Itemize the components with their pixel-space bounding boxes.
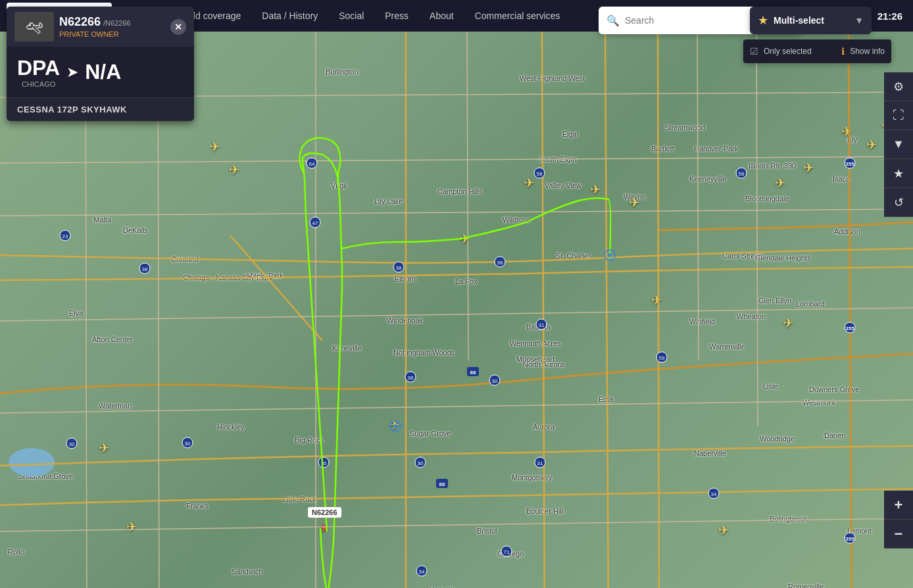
filter-check-icon: ☑	[750, 46, 758, 57]
refresh-button[interactable]: ↺	[884, 188, 913, 217]
flight-id-area: 🛩 N62266 /N62266 PRIVATE OWNER	[14, 12, 131, 41]
flight-panel: 🛩 N62266 /N62266 PRIVATE OWNER ✕ DPA CHI…	[7, 7, 194, 121]
info-icon: ℹ	[841, 46, 845, 57]
aircraft-thumbnail: 🛩	[14, 12, 54, 41]
nav-press[interactable]: Press	[374, 0, 419, 32]
star-button[interactable]: ★	[884, 159, 913, 188]
zoom-controls: + −	[884, 491, 913, 549]
fullscreen-button[interactable]: ⛶	[884, 101, 913, 130]
flight-owner: PRIVATE OWNER	[59, 30, 131, 38]
arrival-block: N/A	[85, 60, 121, 84]
settings-button[interactable]: ⚙	[884, 72, 913, 101]
show-info-label[interactable]: Show info	[850, 47, 885, 56]
plane-thumbnail-icon: 🛩	[25, 16, 43, 37]
flight-route: DPA CHICAGO ➤ N/A	[7, 47, 194, 98]
zoom-in-button[interactable]: +	[884, 491, 913, 520]
arrival-code: N/A	[85, 60, 121, 84]
multi-select-button[interactable]: ★ Multi-select ▼	[750, 7, 872, 34]
nav-data-history[interactable]: Data / History	[251, 0, 328, 32]
flight-panel-header: 🛩 N62266 /N62266 PRIVATE OWNER ✕	[7, 7, 194, 47]
search-icon: 🔍	[606, 14, 620, 27]
flight-callsign-block: N62266 /N62266 PRIVATE OWNER	[59, 15, 131, 38]
selected-aircraft-label[interactable]: N62266	[308, 507, 341, 518]
nav-social[interactable]: Social	[328, 0, 374, 32]
departure-code: DPA	[17, 56, 60, 80]
right-toolbar: ⚙ ⛶ ▼ ★ ↺	[884, 72, 913, 217]
multiselect-label: Multi-select	[774, 15, 849, 26]
nav-commercial[interactable]: Commercial services	[464, 0, 571, 32]
nav-about[interactable]: About	[419, 0, 464, 32]
only-selected-label[interactable]: Only selected	[764, 47, 836, 56]
departure-block: DPA CHICAGO	[17, 56, 60, 88]
utc-time: 21:26	[877, 11, 902, 22]
multiselect-icon: ★	[758, 13, 768, 28]
flight-registration: /N62266	[103, 19, 131, 27]
close-panel-button[interactable]: ✕	[170, 19, 186, 35]
flight-callsign[interactable]: N62266	[59, 15, 101, 29]
route-arrow-icon: ➤	[66, 64, 78, 81]
filter-bar: ☑ Only selected ℹ Show info	[743, 39, 891, 63]
zoom-out-button[interactable]: −	[884, 520, 913, 549]
chevron-down-icon: ▼	[854, 15, 864, 26]
aircraft-type: CESSNA 172P SKYHAWK	[7, 98, 194, 121]
filter-button[interactable]: ▼	[884, 130, 913, 159]
departure-city: CHICAGO	[17, 80, 60, 88]
